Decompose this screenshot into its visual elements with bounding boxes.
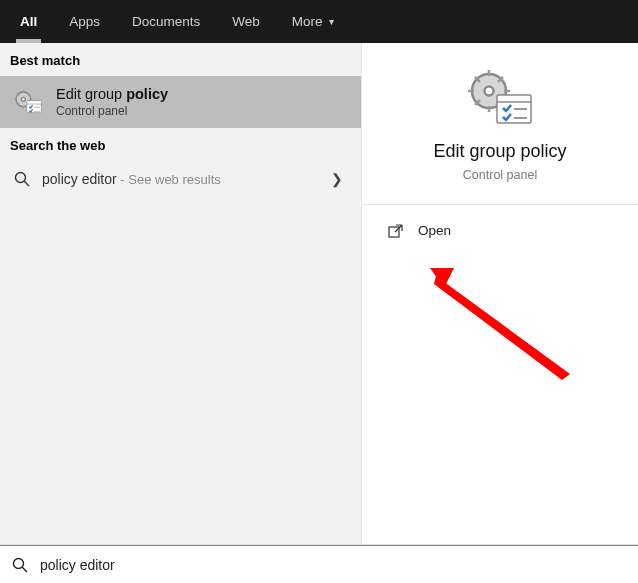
divider [362,204,638,205]
result-preview-panel: Edit group policy Control panel Open [362,43,638,544]
tab-all[interactable]: All [4,0,53,43]
search-web-item[interactable]: policy editor - See web results ❯ [0,161,361,197]
svg-point-1 [21,97,25,101]
tab-web[interactable]: Web [216,0,276,43]
svg-line-18 [22,567,27,572]
open-action-label: Open [418,223,451,238]
tab-label: All [20,14,37,29]
tab-apps[interactable]: Apps [53,0,116,43]
tab-label: Web [232,14,260,29]
search-icon [14,171,30,187]
svg-point-17 [14,558,24,568]
gpedit-large-icon [465,67,535,129]
chevron-right-icon: ❯ [331,171,347,187]
best-match-subtitle: Control panel [56,104,168,118]
open-action[interactable]: Open [362,213,638,248]
search-bar[interactable] [0,545,638,583]
search-icon [12,557,28,573]
tab-label: Apps [69,14,100,29]
gpedit-icon [12,86,44,118]
tab-more[interactable]: More ▾ [276,0,350,43]
search-results-body: Best match Edit group policy Cont [0,43,638,545]
preview-title: Edit group policy [362,141,638,162]
svg-rect-2 [27,101,42,113]
search-web-header: Search the web [0,128,361,161]
best-match-title: Edit group policy [56,86,168,102]
search-input[interactable] [40,557,626,573]
svg-rect-14 [389,227,399,237]
svg-point-9 [485,87,494,96]
best-match-text: Edit group policy Control panel [56,86,168,118]
search-filter-tabbar: All Apps Documents Web More ▾ [0,0,638,43]
chevron-down-icon: ▾ [329,16,334,27]
search-web-text: policy editor - See web results [42,171,221,187]
results-left-column: Best match Edit group policy Cont [0,43,362,544]
open-in-new-icon [388,224,404,238]
best-match-header: Best match [0,43,361,76]
tab-label: More [292,14,323,29]
tab-label: Documents [132,14,200,29]
preview-subtitle: Control panel [362,168,638,182]
best-match-item[interactable]: Edit group policy Control panel [0,76,361,128]
svg-line-7 [24,181,29,186]
svg-point-6 [16,173,26,183]
tab-documents[interactable]: Documents [116,0,216,43]
